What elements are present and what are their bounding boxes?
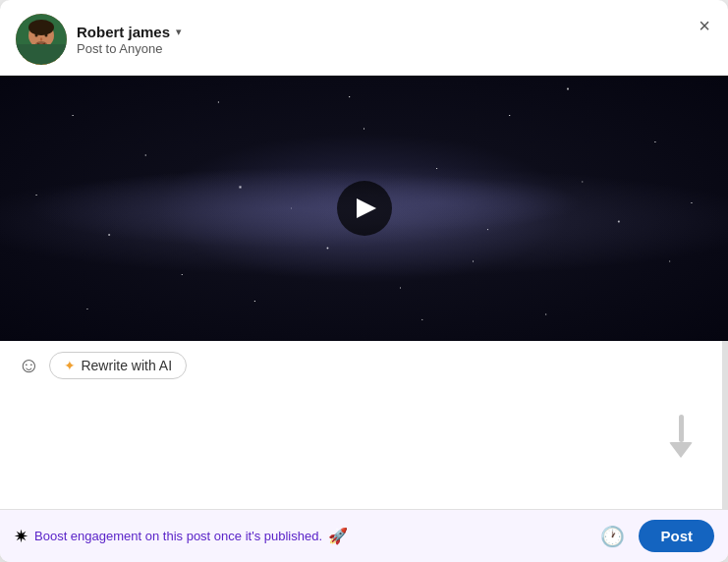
footer-actions: 🕐 Post (596, 520, 714, 552)
rewrite-ai-button[interactable]: ✦ Rewrite with AI (49, 352, 187, 379)
close-button[interactable]: × (695, 12, 714, 39)
svg-point-8 (40, 37, 42, 41)
video-container[interactable] (0, 76, 728, 341)
dropdown-chevron-icon[interactable]: ▾ (176, 26, 182, 38)
user-name: Robert james (77, 24, 170, 40)
sparkle-icon: ✦ (64, 358, 76, 373)
schedule-button[interactable]: 🕐 (596, 521, 629, 552)
modal-footer: ✷ Boost engagement on this post once it'… (0, 509, 728, 562)
arrow-shaft (679, 415, 684, 442)
scroll-hint (661, 415, 700, 462)
rewrite-label: Rewrite with AI (81, 358, 172, 373)
boost-row: ✷ Boost engagement on this post once it'… (14, 526, 348, 547)
post-button[interactable]: Post (639, 520, 714, 552)
svg-point-7 (45, 34, 48, 37)
modal-body: ☺ ✦ Rewrite with AI (0, 76, 728, 509)
create-post-modal: TOMOTORA Robert james ▾ Post to Anyone (0, 0, 728, 562)
user-name-row: Robert james ▾ (77, 24, 712, 40)
emoji-button[interactable]: ☺ (16, 351, 41, 380)
play-icon (357, 198, 376, 218)
svg-rect-4 (16, 55, 67, 65)
boost-star-icon: ✷ (14, 526, 28, 547)
modal-header: TOMOTORA Robert james ▾ Post to Anyone (0, 0, 728, 76)
down-arrow-icon (661, 415, 700, 462)
arrow-head (669, 442, 693, 458)
avatar: TOMOTORA (16, 14, 67, 65)
toolbar-area: ☺ ✦ Rewrite with AI (0, 341, 728, 388)
svg-point-2 (28, 20, 54, 35)
user-info: Robert james ▾ Post to Anyone (77, 24, 712, 56)
svg-text:TOMOTORA: TOMOTORA (28, 59, 55, 64)
svg-point-9 (35, 41, 47, 47)
svg-point-3 (26, 49, 57, 65)
svg-point-6 (35, 34, 38, 37)
rocket-icon: 🚀 (328, 527, 348, 545)
play-button[interactable] (337, 181, 392, 236)
boost-text: Boost engagement on this post once it's … (34, 529, 322, 543)
post-to-label[interactable]: Post to Anyone (77, 41, 712, 56)
